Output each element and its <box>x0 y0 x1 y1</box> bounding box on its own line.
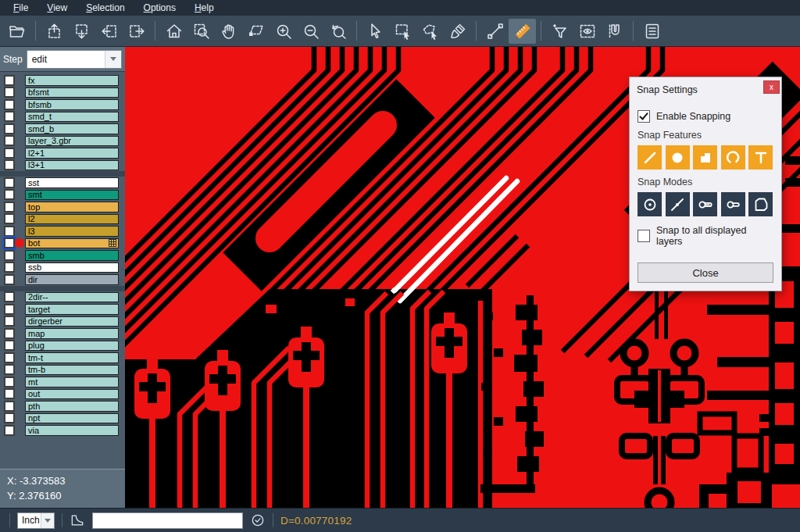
snap-pad-button[interactable] <box>666 145 690 170</box>
layer-row[interactable]: smd_t <box>0 111 125 123</box>
layer-row[interactable]: bfsmt <box>0 87 125 99</box>
layer-visibility-checkbox[interactable] <box>4 148 15 159</box>
layer-row[interactable]: smd_b <box>0 123 125 135</box>
layer-row[interactable]: top <box>0 201 125 213</box>
layer-row[interactable]: l3+1 <box>0 159 125 172</box>
layer-visibility-checkbox[interactable] <box>4 135 15 146</box>
layer-visibility-checkbox[interactable] <box>4 412 15 423</box>
select-polygon-button[interactable] <box>416 19 444 44</box>
zoom-window-button[interactable] <box>188 19 215 44</box>
layer-row[interactable]: smt <box>0 189 125 202</box>
report-button[interactable] <box>638 19 666 44</box>
zoom-out-button[interactable] <box>297 19 324 44</box>
layer-visibility-checkbox[interactable] <box>4 328 15 339</box>
home-view-button[interactable] <box>160 19 188 44</box>
layer-visibility-checkbox[interactable] <box>4 189 15 200</box>
layer-row[interactable]: target <box>0 303 125 316</box>
pan-down-button[interactable] <box>68 19 95 44</box>
filter-button[interactable] <box>546 19 573 44</box>
layer-row[interactable]: npt <box>0 412 125 425</box>
snap-slot-center-button[interactable] <box>693 192 717 216</box>
measure-point-button[interactable] <box>481 19 509 44</box>
layer-visibility-checkbox[interactable] <box>4 226 15 237</box>
dialog-title-bar[interactable]: Snap Settings x <box>630 77 781 100</box>
layer-visibility-checkbox[interactable] <box>4 274 15 285</box>
pan-right-button[interactable] <box>123 19 150 44</box>
snap-all-layers-row[interactable]: Snap to all displayed layers <box>638 225 773 247</box>
layer-row[interactable]: plug <box>0 340 125 352</box>
layer-visibility-checkbox[interactable] <box>4 123 15 134</box>
layer-row[interactable]: dir <box>0 273 125 286</box>
layer-row[interactable]: sst <box>0 177 125 189</box>
layer-visibility-checkbox[interactable] <box>4 352 15 363</box>
angle-measure-icon[interactable] <box>70 512 85 528</box>
layer-visibility-checkbox[interactable] <box>4 388 15 399</box>
step-select[interactable]: edit <box>27 50 122 69</box>
snap-surface-button[interactable] <box>693 145 717 170</box>
layer-visibility-checkbox[interactable] <box>4 340 15 351</box>
select-rectangle-button[interactable] <box>389 19 416 44</box>
layer-visibility-checkbox[interactable] <box>4 250 15 261</box>
menu-file[interactable]: File <box>5 1 37 15</box>
layer-visibility-checkbox[interactable] <box>4 425 15 436</box>
measure-ruler-button[interactable] <box>509 19 536 44</box>
snap-contour-button[interactable] <box>748 192 773 216</box>
layer-row[interactable]: fx <box>0 74 125 87</box>
snap-text-button[interactable] <box>748 145 773 170</box>
pan-left-button[interactable] <box>95 19 123 44</box>
snap-slot-outline-button[interactable] <box>721 192 745 216</box>
display-options-button[interactable] <box>573 19 601 44</box>
layer-visibility-checkbox[interactable] <box>4 291 15 302</box>
layer-visibility-checkbox[interactable] <box>4 202 15 212</box>
layer-row[interactable]: smb <box>0 249 125 262</box>
layer-row-bot[interactable]: bot <box>0 237 125 250</box>
layer-visibility-checkbox[interactable] <box>4 237 15 248</box>
snap-line-button[interactable] <box>638 145 662 170</box>
layer-visibility-checkbox[interactable] <box>4 99 15 110</box>
pcb-canvas[interactable]: Snap Settings x Enable Snapping Snap Fea… <box>125 47 800 508</box>
menu-view[interactable]: View <box>38 1 76 15</box>
dialog-close-button[interactable]: x <box>763 80 780 94</box>
snap-all-layers-checkbox[interactable] <box>638 230 650 242</box>
zoom-previous-button[interactable] <box>324 19 352 44</box>
layer-visibility-checkbox[interactable] <box>4 87 15 98</box>
units-select[interactable]: Inch <box>17 512 55 529</box>
layer-visibility-checkbox[interactable] <box>4 304 15 315</box>
enable-snapping-row[interactable]: Enable Snapping <box>638 110 773 123</box>
pan-hand-button[interactable] <box>215 19 242 44</box>
select-button[interactable] <box>362 19 389 44</box>
snap-arc-button[interactable] <box>721 145 745 170</box>
layer-visibility-checkbox[interactable] <box>4 401 15 412</box>
snap-magnet-button[interactable] <box>601 19 628 44</box>
clear-selection-button[interactable] <box>444 19 471 44</box>
layer-row[interactable]: tm-t <box>0 352 125 364</box>
recalculate-icon[interactable] <box>250 512 266 528</box>
layer-row[interactable]: map <box>0 327 125 340</box>
layer-visibility-checkbox[interactable] <box>4 75 15 86</box>
menu-selection[interactable]: Selection <box>77 1 133 15</box>
layer-visibility-checkbox[interactable] <box>4 177 15 188</box>
measure-value-input[interactable] <box>92 512 243 529</box>
layer-row[interactable]: mt <box>0 376 125 388</box>
layer-row[interactable]: dirgerber <box>0 316 125 328</box>
open-button[interactable] <box>3 19 30 44</box>
menu-help[interactable]: Help <box>186 1 223 15</box>
layer-visibility-checkbox[interactable] <box>4 262 15 273</box>
layer-row[interactable]: l2+1 <box>0 147 125 159</box>
layer-row[interactable]: layer_3.gbr <box>0 135 125 148</box>
layer-row[interactable]: ssb <box>0 262 125 274</box>
zoom-in-button[interactable] <box>270 19 297 44</box>
pan-up-button[interactable] <box>41 19 68 44</box>
layer-visibility-checkbox[interactable] <box>4 159 15 170</box>
menu-options[interactable]: Options <box>135 1 184 15</box>
layer-visibility-checkbox[interactable] <box>4 364 15 375</box>
close-button[interactable]: Close <box>638 262 773 283</box>
layer-row[interactable]: via <box>0 424 125 437</box>
layer-row[interactable]: bfsmb <box>0 98 125 111</box>
enable-snapping-checkbox[interactable] <box>638 110 650 123</box>
layer-row[interactable]: pth <box>0 400 125 412</box>
snap-center-button[interactable] <box>638 192 662 216</box>
layer-row[interactable]: l3 <box>0 225 125 237</box>
layer-visibility-checkbox[interactable] <box>4 213 15 224</box>
layer-visibility-checkbox[interactable] <box>4 111 15 122</box>
